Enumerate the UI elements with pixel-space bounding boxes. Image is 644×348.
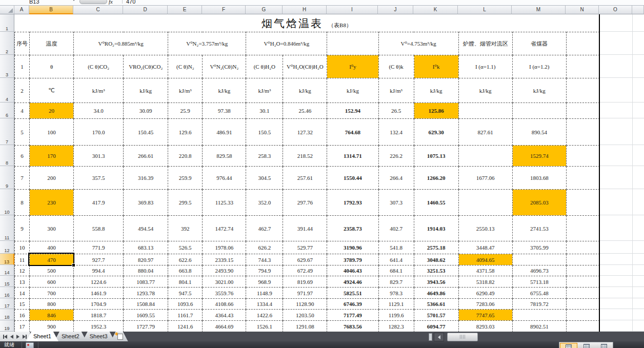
table-cell[interactable]: 352.0 — [246, 190, 283, 216]
table-cell[interactable]: (C θ)N₂ — [168, 55, 203, 78]
table-cell[interactable]: 1422.6 — [246, 310, 283, 321]
table-cell[interactable]: 4696.73 — [512, 265, 566, 276]
table-cell[interactable]: 392 — [168, 216, 203, 241]
header-vn2[interactable]: V⁰N₂=3.757m³/kg — [168, 32, 246, 55]
table-cell[interactable]: 1282.3 — [378, 321, 414, 332]
table-cell[interactable]: I⁰y — [327, 55, 378, 78]
table-cell[interactable]: kJ/m³ — [246, 78, 283, 103]
table-cell[interactable]: 266.4 — [378, 167, 414, 190]
hscroll-thumb[interactable] — [447, 333, 478, 341]
table-cell[interactable]: 6755.48 — [512, 288, 566, 299]
table-cell[interactable]: kJ/m³ — [74, 78, 124, 103]
table-cell[interactable]: 1093.6 — [168, 299, 203, 310]
table-cell[interactable]: 14 — [15, 288, 30, 299]
table-cell[interactable]: 1677.06 — [458, 167, 512, 190]
page-break-view-button[interactable] — [596, 343, 612, 348]
table-cell[interactable]: 558.8 — [74, 216, 124, 241]
table-cell[interactable]: 800 — [30, 299, 74, 310]
table-cell[interactable]: 3559.76 — [203, 288, 246, 299]
table-cell[interactable] — [566, 241, 599, 254]
table-cell[interactable]: 978.3 — [378, 288, 414, 299]
column-header-edge[interactable] — [632, 6, 644, 14]
table-cell[interactable]: 8293.03 — [458, 321, 512, 332]
table-cell[interactable]: 4046.43 — [327, 265, 378, 276]
normal-view-button[interactable] — [560, 343, 577, 348]
table-cell[interactable]: 1128.90 — [283, 299, 327, 310]
row-header-19[interactable]: 19 — [0, 320, 14, 332]
table-cell[interactable]: 7283.06 — [458, 299, 512, 310]
table-cell[interactable]: 1075.13 — [414, 146, 458, 167]
table-cell[interactable] — [566, 321, 599, 332]
table-cell[interactable]: 5318.82 — [458, 276, 512, 288]
page-layout-view-button[interactable] — [578, 343, 595, 348]
sheet-tab-sheet2[interactable]: Sheet2 — [54, 332, 87, 341]
row-header-2[interactable]: 2 — [0, 32, 14, 55]
name-box[interactable]: B13 — [29, 0, 39, 5]
table-cell[interactable]: 34.0 — [74, 103, 124, 119]
column-header-N[interactable]: N — [566, 6, 599, 14]
table-cell[interactable]: 7819.72 — [512, 299, 566, 310]
table-cell[interactable]: 1148.9 — [246, 288, 283, 299]
column-header-C[interactable]: C — [73, 6, 123, 14]
table-cell[interactable]: 1161.7 — [168, 310, 203, 321]
table-cell[interactable]: 132.4 — [378, 119, 414, 146]
table-cell[interactable]: I⁰k — [414, 55, 458, 78]
table-cell[interactable]: 1129.1 — [378, 299, 414, 310]
table-cell[interactable]: 1978.06 — [203, 241, 246, 254]
table-cell[interactable]: kJ/kg — [414, 78, 458, 103]
table-cell[interactable]: 1266.20 — [414, 167, 458, 190]
table-cell[interactable]: 20 — [30, 103, 74, 119]
table-cell[interactable]: 4094.65 — [458, 254, 512, 265]
table-cell[interactable]: 927.7 — [74, 254, 124, 265]
table-cell[interactable]: 1293.78 — [124, 288, 168, 299]
sheet-tab-sheet3[interactable]: Sheet3 — [83, 332, 115, 341]
table-cell[interactable]: V⁰H₂O(Cθ)H₂O — [283, 55, 327, 78]
column-header-I[interactable]: I — [327, 6, 378, 14]
table-cell[interactable]: 297.76 — [283, 190, 327, 216]
table-cell[interactable]: 369.83 — [124, 190, 168, 216]
table-cell[interactable] — [458, 103, 512, 119]
table-cell[interactable]: 230 — [30, 190, 74, 216]
column-header-A[interactable]: A — [14, 6, 29, 14]
header-vtotal[interactable]: V⁰=4.753m³/kg — [378, 32, 458, 55]
table-cell[interactable]: 663.8 — [168, 265, 203, 276]
table-cell[interactable]: 820.97 — [124, 254, 168, 265]
table-cell[interactable]: ℃ — [30, 78, 74, 103]
table-cell[interactable]: 127.32 — [283, 119, 327, 146]
table-cell[interactable]: 622.6 — [168, 254, 203, 265]
table-cell[interactable]: 3448.47 — [458, 241, 512, 254]
table-cell[interactable]: 976.44 — [203, 167, 246, 190]
table-cell[interactable]: 4108.66 — [203, 299, 246, 310]
table-cell[interactable]: 2575.18 — [414, 241, 458, 254]
table-cell[interactable]: 947.5 — [168, 288, 203, 299]
table-cell[interactable] — [566, 103, 599, 119]
header-furnace[interactable]: 炉膛、烟管对流区 — [458, 32, 512, 55]
table-cell[interactable]: 683.13 — [124, 241, 168, 254]
table-cell[interactable] — [458, 190, 512, 216]
table-cell[interactable]: 1 — [15, 55, 30, 78]
sheet-tab-sheet1[interactable]: Sheet1 — [26, 332, 58, 341]
table-cell[interactable]: VRO₂(Cθ)CO₂ — [124, 55, 168, 78]
table-cell[interactable]: 626.2 — [246, 241, 283, 254]
table-cell[interactable]: kJ/kg — [203, 78, 246, 103]
row-header-15[interactable]: 15 — [0, 276, 14, 287]
table-cell[interactable] — [512, 103, 566, 119]
table-cell[interactable]: 794.9 — [246, 265, 283, 276]
table-cell[interactable]: 2358.73 — [327, 216, 378, 241]
table-cell[interactable]: 200 — [30, 167, 74, 190]
table-cell[interactable]: 900 — [30, 321, 74, 332]
table-cell[interactable] — [566, 119, 599, 146]
table-cell[interactable]: 97.38 — [203, 103, 246, 119]
table-cell[interactable]: 3190.96 — [327, 241, 378, 254]
table-cell[interactable]: 771.9 — [74, 241, 124, 254]
table-cell[interactable]: 486.91 — [203, 119, 246, 146]
table-cell[interactable]: 1803.68 — [512, 167, 566, 190]
table-cell[interactable]: 4664.69 — [203, 321, 246, 332]
macro-record-icon[interactable] — [26, 342, 34, 348]
table-cell[interactable]: 846 — [30, 310, 74, 321]
table-cell[interactable]: 1727.79 — [124, 321, 168, 332]
table-cell[interactable]: 3048.62 — [414, 254, 458, 265]
table-cell[interactable]: 5713.18 — [512, 276, 566, 288]
table-cell[interactable]: 8 — [15, 190, 30, 216]
last-sheet-button[interactable] — [23, 335, 27, 339]
